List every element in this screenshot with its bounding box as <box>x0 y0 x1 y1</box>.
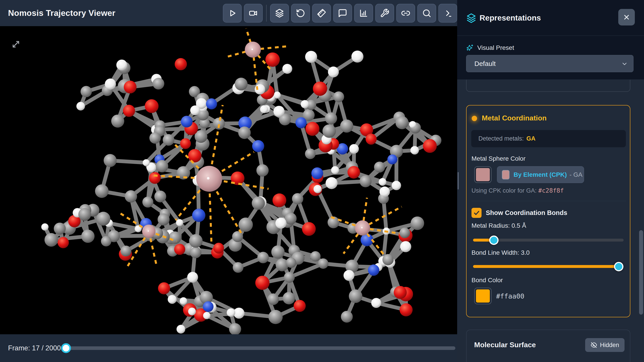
tools-button[interactable] <box>375 4 394 22</box>
panel-title: Representations <box>480 0 541 36</box>
bond-line-width-slider[interactable] <box>473 265 624 268</box>
search-icon <box>422 8 432 18</box>
layers-icon <box>466 13 476 23</box>
cpk-hex-value: #c28f8f <box>538 187 564 194</box>
annotations-button[interactable] <box>333 4 352 22</box>
wrench-icon <box>380 8 389 18</box>
color-mode-button[interactable]: By Element (CPK) - GA <box>497 166 584 183</box>
frame-slider-thumb[interactable] <box>61 343 71 353</box>
eye-off-icon <box>590 342 597 348</box>
playback-bar: Frame: 17 / 2000 <box>0 334 457 362</box>
detected-metals-value: GA <box>526 135 536 142</box>
preset-dropdown[interactable]: Default <box>466 55 634 72</box>
layers-button[interactable] <box>270 4 289 22</box>
expand-icon[interactable] <box>11 39 21 49</box>
bond-color-fill <box>476 289 490 303</box>
frame-slider[interactable] <box>63 346 455 350</box>
link-icon <box>401 8 410 18</box>
close-icon <box>623 13 630 21</box>
measure-button[interactable] <box>312 4 331 22</box>
share-link-button[interactable] <box>396 4 415 22</box>
play-button[interactable] <box>223 4 242 22</box>
frame-counter: Frame: 17 / 2000 <box>8 334 61 362</box>
bond-line-width-slider-fill <box>473 265 619 268</box>
visual-preset-row: Visual Preset <box>466 44 514 52</box>
app-title: Nomosis Trajectory Viewer <box>8 0 116 26</box>
rotate-ccw-icon <box>296 8 305 18</box>
molecular-surface-title: Molecular Surface <box>474 341 536 349</box>
metal-sphere-color-fill <box>476 168 490 181</box>
panel-header-section: Representations Visual Preset Default <box>457 0 644 80</box>
show-coordination-bonds-label: Show Coordination Bonds <box>486 209 567 216</box>
record-video-button[interactable] <box>244 4 263 22</box>
surface-visibility-button[interactable]: Hidden <box>585 338 624 352</box>
panel-header: Representations <box>457 0 644 36</box>
surface-visibility-label: Hidden <box>600 342 619 349</box>
metal-radius-slider-thumb[interactable] <box>489 235 498 245</box>
toolbar-separator <box>266 5 267 22</box>
metal-sphere-color-label: Metal Sphere Color <box>472 155 526 162</box>
chevron-right-icon <box>443 8 452 18</box>
sparkles-icon <box>466 44 474 52</box>
scrolled-card-partial <box>466 80 630 92</box>
play-icon <box>228 8 237 18</box>
cpk-note: Using CPK color for GA: #c28f8f <box>472 187 564 194</box>
metal-coordination-card: Metal Coordination Detected metals: GA M… <box>466 105 630 317</box>
close-panel-button[interactable] <box>618 9 635 25</box>
bond-color-swatch[interactable] <box>474 288 492 304</box>
bond-line-width-label: Bond Line Width: 3.0 <box>472 249 530 256</box>
chevron-down-icon <box>621 61 628 67</box>
layers-icon <box>275 8 284 18</box>
representations-panel: Representations Visual Preset Default Me… <box>457 0 644 362</box>
visual-preset-label: Visual Preset <box>477 44 514 51</box>
panel-resize-handle[interactable] <box>458 172 459 189</box>
check-icon <box>473 210 480 216</box>
color-mode-label: By Element (CPK) <box>514 171 567 178</box>
molecule-render <box>0 26 457 334</box>
analysis-chart-button[interactable] <box>354 4 373 22</box>
top-bar: Nomosis Trajectory Viewer <box>0 0 457 26</box>
cpk-mini-swatch <box>502 170 510 180</box>
ruler-icon <box>317 8 326 18</box>
reset-view-button[interactable] <box>291 4 310 22</box>
preset-dropdown-value: Default <box>474 60 496 67</box>
metal-radius-slider[interactable] <box>473 239 624 242</box>
detected-metals-box: Detected metals: GA <box>471 130 626 147</box>
bar-chart-icon <box>359 8 368 18</box>
metal-sphere-color-swatch[interactable] <box>474 166 492 183</box>
search-button[interactable] <box>417 4 436 22</box>
panel-scrollbar-thumb[interactable] <box>639 230 643 315</box>
bond-line-width-slider-thumb[interactable] <box>614 262 624 271</box>
comment-icon <box>338 8 347 18</box>
divider <box>471 201 626 201</box>
metal-coordination-title: Metal Coordination <box>482 114 547 122</box>
next-panel-button[interactable] <box>438 4 457 22</box>
toolbar <box>223 4 457 22</box>
bond-color-hex: #ffaa00 <box>496 292 524 300</box>
panel-scroll-area: Metal Coordination Detected metals: GA M… <box>457 80 644 362</box>
active-indicator-dot <box>472 116 477 121</box>
video-icon <box>248 8 258 18</box>
color-mode-suffix: - GA <box>570 171 582 178</box>
metal-radius-label: Metal Radius: 0.5 Å <box>472 222 526 229</box>
molecular-surface-card: Molecular Surface Hidden <box>466 330 630 362</box>
bond-color-label: Bond Color <box>472 277 503 284</box>
molecule-viewport[interactable] <box>0 26 457 334</box>
show-coordination-bonds-checkbox[interactable] <box>472 208 482 218</box>
detected-metals-label: Detected metals: <box>478 135 524 142</box>
